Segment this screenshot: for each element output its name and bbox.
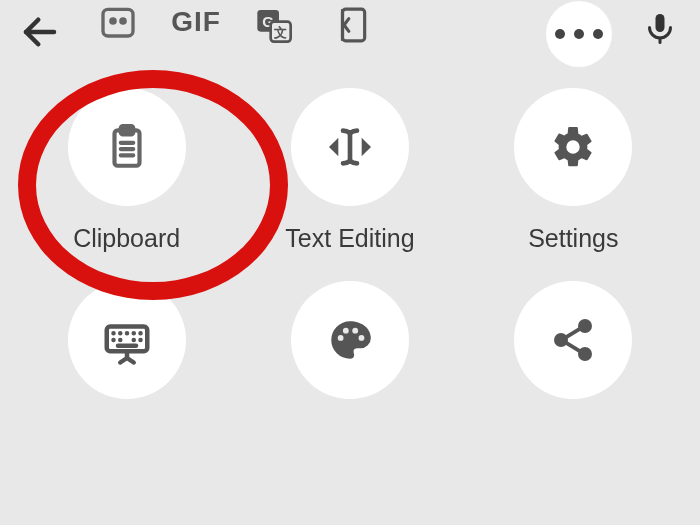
text-editing-tile[interactable]: Text Editing xyxy=(285,88,414,253)
text-editing-circle xyxy=(291,88,409,206)
svg-rect-9 xyxy=(120,126,133,134)
svg-rect-0 xyxy=(103,9,133,36)
theme-tile[interactable] xyxy=(291,281,409,417)
gear-icon xyxy=(550,124,596,170)
clipboard-tile[interactable]: Clipboard xyxy=(68,88,186,253)
clipboard-label: Clipboard xyxy=(73,224,180,253)
settings-label: Settings xyxy=(528,224,618,253)
translate-button[interactable]: G 文 xyxy=(244,0,304,55)
more-button[interactable] xyxy=(546,1,612,67)
text-cursor-icon xyxy=(322,119,378,175)
share-icon xyxy=(549,316,597,364)
share-circle xyxy=(514,281,632,399)
more-icon xyxy=(555,29,603,39)
svg-point-2 xyxy=(121,19,125,23)
share-tile[interactable] xyxy=(514,281,632,417)
gif-icon: GIF xyxy=(171,6,221,38)
sticker-icon xyxy=(98,1,138,41)
one-handed-icon xyxy=(333,6,371,44)
tools-grid: Clipboard Text Editing Settings xyxy=(0,78,700,417)
svg-text:文: 文 xyxy=(273,25,287,40)
translate-icon: G 文 xyxy=(254,5,294,45)
arrow-left-icon xyxy=(19,11,61,53)
settings-tile[interactable]: Settings xyxy=(514,88,632,253)
mic-icon xyxy=(642,11,678,47)
svg-point-1 xyxy=(111,19,115,23)
settings-circle xyxy=(514,88,632,206)
keyboard-circle xyxy=(68,281,186,399)
back-button[interactable] xyxy=(10,2,70,62)
svg-point-12 xyxy=(343,328,349,334)
gif-button[interactable]: GIF xyxy=(166,0,226,52)
keyboard-tile[interactable] xyxy=(68,281,186,417)
svg-point-14 xyxy=(359,335,365,341)
svg-point-13 xyxy=(352,328,358,334)
svg-point-11 xyxy=(338,335,344,341)
keyboard-icon xyxy=(100,313,154,367)
theme-circle xyxy=(291,281,409,399)
sticker-button[interactable] xyxy=(88,0,148,51)
clipboard-circle xyxy=(68,88,186,206)
mic-button[interactable] xyxy=(630,0,690,59)
one-handed-button[interactable] xyxy=(322,0,382,55)
palette-icon xyxy=(325,315,375,365)
text-editing-label: Text Editing xyxy=(285,224,414,253)
clipboard-icon xyxy=(102,122,152,172)
keyboard-toolbar: GIF G 文 xyxy=(0,0,700,78)
